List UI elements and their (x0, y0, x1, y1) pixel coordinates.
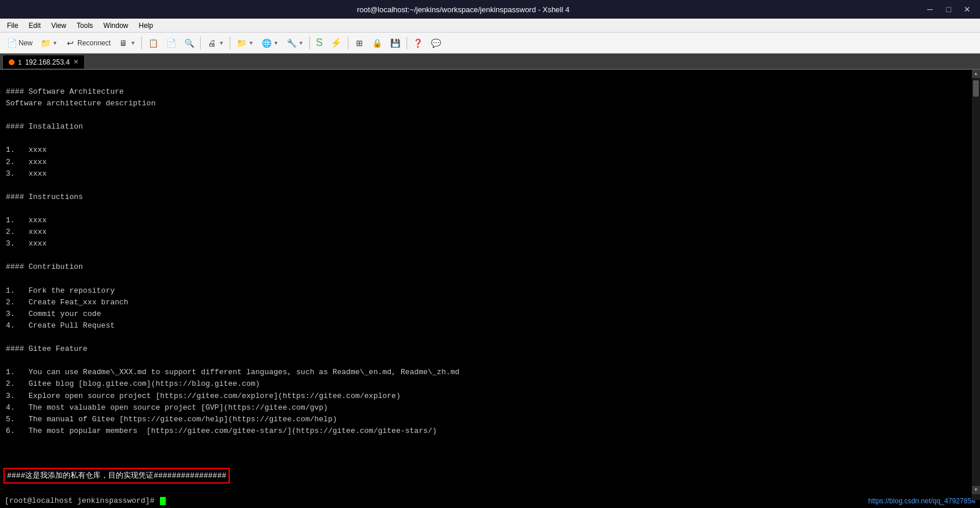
menu-bar: File Edit View Tools Window Help (0, 19, 980, 33)
paste-button[interactable]: 📄 (163, 35, 179, 51)
grid-icon: ⊞ (354, 38, 365, 48)
window-controls: ─ □ ✕ (922, 3, 975, 15)
terminal-line (6, 273, 974, 285)
terminal-line (6, 203, 974, 215)
terminal-line: 2. Create Feat_xxx branch (6, 297, 974, 308)
lock-button[interactable]: 🔒 (369, 35, 386, 51)
tools-button[interactable]: 🔧 ▼ (283, 35, 307, 51)
terminal-line: 4. The most valuable open source project… (6, 402, 974, 414)
terminal-line: 3. xxxx (6, 168, 974, 180)
globe-button[interactable]: 🌐 ▼ (258, 35, 281, 51)
hdd-button[interactable]: 💾 (387, 35, 404, 51)
tab-number: 1 (18, 59, 22, 66)
tools-icon: 🔧 (286, 38, 297, 48)
session-arrow: ▼ (130, 40, 136, 46)
menu-window[interactable]: Window (99, 20, 133, 31)
terminal-line (6, 355, 974, 367)
tools-arrow: ▼ (298, 40, 304, 46)
toolbar: 📄 New 📁 ▼ ↩ Reconnect 🖥 ▼ 📋 📄 🔍 🖨 ▼ 📁 ▼ … (0, 33, 980, 54)
terminal[interactable]: #### Software ArchitectureSoftware archi… (0, 70, 980, 508)
reconnect-icon: ↩ (65, 38, 76, 48)
lightning-icon: ⚡ (330, 37, 342, 48)
terminal-line: Software architecture description (6, 98, 974, 109)
terminal-line: 1. Fork the repository (6, 285, 974, 297)
grid-button[interactable]: ⊞ (351, 35, 368, 51)
terminal-line: #### Instructions (6, 191, 974, 203)
lightning-button[interactable]: ⚡ (327, 35, 345, 51)
open-icon: 📁 (40, 38, 51, 48)
menu-tools[interactable]: Tools (72, 20, 98, 31)
title-text: root@localhost:~/jenkins/workspace/jenki… (5, 5, 922, 14)
terminal-line (6, 74, 974, 86)
print-button[interactable]: 🖨 ▼ (204, 35, 227, 51)
terminal-line: #### Contribution (6, 261, 974, 273)
chat-button[interactable]: 💬 (428, 35, 444, 51)
help-icon: ❓ (413, 38, 423, 48)
copy-icon: 📋 (148, 38, 158, 48)
terminal-line (6, 180, 974, 191)
separator-5 (348, 37, 348, 49)
status-link: https://blog.csdn.net/qq_47927854 (868, 496, 975, 506)
minimize-button[interactable]: ─ (922, 3, 938, 15)
terminal-line: 2. xxxx (6, 226, 974, 238)
chat-icon: 💬 (431, 38, 441, 48)
sftp-icon: 📁 (236, 38, 247, 48)
terminal-line: 1. xxxx (6, 144, 974, 156)
cursor (160, 497, 166, 505)
terminal-line: #### Gitee Feature (6, 343, 974, 355)
separator-2 (200, 37, 201, 49)
session-icon: 🖥 (118, 38, 129, 48)
terminal-line: 3. xxxx (6, 238, 974, 250)
terminal-line (6, 133, 974, 144)
separator-3 (230, 37, 230, 49)
menu-file[interactable]: File (2, 20, 23, 31)
prompt-text: [root@localhost jenkinspassword]# (5, 496, 154, 505)
terminal-line: 1. You can use Readme\_XXX.md to support… (6, 367, 974, 378)
snake-button[interactable]: S (313, 35, 326, 51)
tab-label: 192.168.253.4 (25, 58, 70, 66)
new-label: New (19, 39, 33, 47)
hdd-icon: 💾 (390, 38, 401, 48)
lock-icon: 🔒 (372, 38, 383, 48)
terminal-line: #### Software Architecture (6, 86, 974, 98)
reconnect-label: Reconnect (77, 39, 111, 47)
terminal-line: 2. Gitee blog [blog.gitee.com](https://b… (6, 378, 974, 390)
terminal-line: 2. xxxx (6, 157, 974, 168)
session-tab-1[interactable]: 1 192.168.253.4 ✕ (2, 55, 85, 69)
terminal-line: 3. Commit your code (6, 308, 974, 320)
menu-edit[interactable]: Edit (24, 20, 45, 31)
print-icon: 🖨 (206, 38, 217, 48)
sftp-button[interactable]: 📁 ▼ (233, 35, 256, 51)
scroll-up-button[interactable]: ▲ (972, 70, 980, 78)
title-bar: root@localhost:~/jenkins/workspace/jenki… (0, 0, 980, 19)
menu-help[interactable]: Help (134, 20, 158, 31)
terminal-line: 1. xxxx (6, 215, 974, 226)
session-button[interactable]: 🖥 ▼ (115, 35, 138, 51)
scroll-thumb[interactable] (973, 80, 979, 97)
open-button[interactable]: 📁 ▼ (37, 35, 60, 51)
print-arrow: ▼ (219, 40, 224, 46)
find-button[interactable]: 🔍 (181, 35, 197, 51)
terminal-content: #### Software ArchitectureSoftware archi… (6, 74, 974, 437)
new-icon: 📄 (6, 38, 17, 48)
terminal-line: #### Installation (6, 121, 974, 133)
tab-close-button[interactable]: ✕ (73, 58, 79, 66)
terminal-line: 4. Create Pull Request (6, 320, 974, 332)
menu-view[interactable]: View (47, 20, 71, 31)
terminal-line: 3. Explore open source project [https://… (6, 390, 974, 402)
bottom-status-bar: [root@localhost jenkinspassword]# https:… (0, 494, 980, 508)
new-button[interactable]: 📄 New (3, 35, 35, 51)
tab-indicator (9, 59, 15, 65)
terminal-line (6, 250, 974, 261)
reconnect-button[interactable]: ↩ Reconnect (62, 35, 113, 51)
separator-1 (141, 37, 142, 49)
open-arrow: ▼ (52, 40, 58, 46)
copy-button[interactable]: 📋 (145, 35, 161, 51)
highlight-text: ####这是我添加的私有仓库，目的实现凭证################ (7, 471, 226, 480)
maximize-button[interactable]: □ (940, 3, 957, 15)
help-button[interactable]: ❓ (410, 35, 426, 51)
terminal-line (6, 332, 974, 343)
highlight-box: ####这是我添加的私有仓库，目的实现凭证################ (3, 468, 230, 484)
close-button[interactable]: ✕ (959, 3, 975, 15)
scroll-down-button[interactable]: ▼ (972, 486, 980, 494)
